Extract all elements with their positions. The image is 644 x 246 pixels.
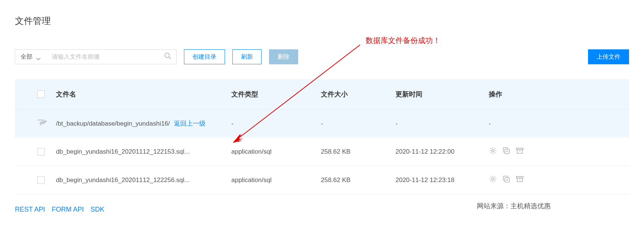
- breadcrumb-path: /bt_backup/database/begin_yundashi16/: [56, 120, 170, 127]
- file-type: application/sql: [231, 148, 321, 156]
- svg-rect-19: [517, 178, 522, 182]
- footer-source: 网站来源：主机精选优惠: [477, 202, 551, 210]
- search-box: [46, 49, 176, 64]
- row-checkbox[interactable]: [37, 148, 45, 156]
- file-size: 258.62 KB: [321, 176, 396, 184]
- row-ops: [489, 147, 622, 157]
- copy-icon[interactable]: [502, 175, 510, 185]
- svg-point-3: [165, 53, 169, 58]
- breadcrumb: /bt_backup/database/begin_yundashi16/ 返回…: [56, 119, 231, 128]
- upload-button[interactable]: 上传文件: [588, 49, 629, 64]
- gear-icon[interactable]: [489, 147, 497, 157]
- back-arrow-icon[interactable]: [37, 119, 47, 128]
- header-time: 更新时间: [396, 90, 489, 99]
- svg-point-13: [492, 178, 494, 180]
- row-checkbox[interactable]: [37, 176, 45, 184]
- gear-icon[interactable]: [489, 175, 497, 185]
- search-input[interactable]: [46, 50, 176, 64]
- delete-button[interactable]: 删除: [269, 49, 298, 64]
- header-type: 文件类型: [231, 90, 321, 99]
- breadcrumb-type: -: [231, 120, 321, 127]
- file-type: application/sql: [231, 176, 321, 184]
- form-api-link[interactable]: FORM API: [52, 206, 84, 213]
- row-ops: [489, 175, 622, 185]
- copy-icon[interactable]: [502, 147, 510, 157]
- header-size: 文件大小: [321, 90, 396, 99]
- header-ops: 操作: [489, 90, 622, 99]
- source-label: 网站来源：: [477, 202, 510, 210]
- file-time: 2020-11-12 12:22:00: [396, 148, 489, 156]
- rest-api-link[interactable]: REST API: [15, 206, 45, 213]
- sdk-link[interactable]: SDK: [91, 206, 104, 213]
- breadcrumb-size: -: [321, 120, 396, 127]
- file-table: 文件名 文件类型 文件大小 更新时间 操作 /bt_backup/databas…: [15, 79, 629, 194]
- breadcrumb-time: -: [396, 120, 489, 127]
- archive-icon[interactable]: [516, 175, 524, 185]
- svg-rect-11: [517, 150, 522, 153]
- file-name[interactable]: db_begin_yundashi16_20201112_122153.sql.…: [56, 148, 231, 156]
- file-name[interactable]: db_begin_yundashi16_20201112_122256.sql.…: [56, 176, 231, 184]
- file-time: 2020-11-12 12:23:18: [396, 176, 489, 184]
- svg-point-5: [492, 150, 494, 152]
- header-name: 文件名: [56, 90, 231, 99]
- page-title: 文件管理: [15, 15, 629, 27]
- toolbar: 全部 创建目录 刷新 删除 上传文件: [15, 49, 629, 64]
- chevron-down-icon: [36, 55, 41, 58]
- filter-select[interactable]: 全部: [15, 49, 46, 64]
- breadcrumb-row: /bt_backup/database/begin_yundashi16/ 返回…: [15, 109, 629, 138]
- refresh-button[interactable]: 刷新: [232, 49, 262, 64]
- table-row: db_begin_yundashi16_20201112_122153.sql.…: [15, 138, 629, 166]
- back-link[interactable]: 返回上一级: [174, 120, 206, 127]
- table-row: db_begin_yundashi16_20201112_122256.sql.…: [15, 166, 629, 194]
- file-size: 258.62 KB: [321, 148, 396, 156]
- table-header: 文件名 文件类型 文件大小 更新时间 操作: [15, 79, 629, 109]
- select-all-checkbox[interactable]: [37, 90, 45, 98]
- archive-icon[interactable]: [516, 147, 524, 157]
- source-value: 主机精选优惠: [510, 202, 551, 210]
- filter-label: 全部: [21, 53, 32, 61]
- search-icon[interactable]: [164, 52, 172, 61]
- svg-line-4: [169, 57, 171, 59]
- success-annotation: 数据库文件备份成功！: [366, 36, 440, 46]
- create-dir-button[interactable]: 创建目录: [184, 49, 225, 64]
- breadcrumb-ops: -: [489, 120, 622, 127]
